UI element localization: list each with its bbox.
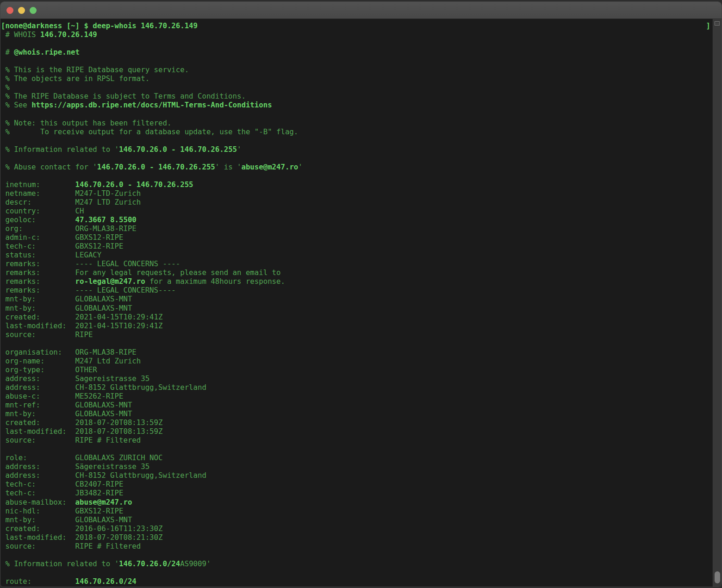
terminal-line: organisation: ORG-MLA38-RIPE	[1, 348, 712, 357]
terminal-line: remarks: For any legal requests, please …	[1, 268, 712, 277]
minimize-button[interactable]	[18, 7, 25, 14]
terminal-line: last-modified: 2018-07-20T08:21:30Z	[1, 533, 712, 542]
scrollbar-button-ridge	[715, 22, 719, 23]
terminal-line: status: LEGACY	[1, 250, 712, 259]
terminal-line: remarks: ro-legal@m247.ro for a maximum …	[1, 277, 712, 286]
terminal-line	[1, 56, 712, 65]
terminal-lines: [none@darkness [~] $ deep-whois 146.70.2…	[0, 19, 712, 586]
terminal-line: geoloc: 47.3667 8.5500	[1, 215, 712, 224]
terminal-line: % Information related to '146.70.26.0/24…	[1, 559, 712, 568]
terminal-line: mnt-by: GLOBALAXS-MNT	[1, 294, 712, 303]
terminal-line: mnt-by: GLOBALAXS-MNT	[1, 409, 712, 418]
terminal-line	[1, 568, 712, 577]
terminal-line: # @whois.ripe.net	[1, 48, 712, 56]
terminal-line: org-type: OTHER	[1, 365, 712, 374]
prompt-right-bracket: ]	[706, 21, 710, 30]
terminal-window: [none@darkness [~] $ deep-whois 146.70.2…	[0, 1, 722, 587]
terminal-line: address: CH-8152 Glattbrugg,Switzerland	[1, 471, 712, 480]
terminal-line: last-modified: 2021-04-15T10:29:41Z	[1, 321, 712, 330]
terminal-line: descr: M247 LTD Zurich	[1, 198, 712, 206]
terminal-line: %	[1, 83, 712, 92]
terminal-line: remarks: ---- LEGAL CONCERNS ----	[1, 259, 712, 268]
terminal-line: % Note: this output has been filtered.	[1, 119, 712, 127]
terminal-line: % Abuse contact for '146.70.26.0 - 146.7…	[1, 163, 712, 171]
terminal-line: mnt-ref: GLOBALAXS-MNT	[1, 400, 712, 409]
zoom-button[interactable]	[30, 7, 37, 14]
terminal-screen[interactable]: [none@darkness [~] $ deep-whois 146.70.2…	[0, 19, 712, 587]
terminal-line	[1, 339, 712, 348]
terminal-line: nic-hdl: GBXS12-RIPE	[1, 507, 712, 515]
terminal-line: role: GLOBALAXS ZURICH NOC	[1, 453, 712, 462]
terminal-line: netname: M247-LTD-Zurich	[1, 189, 712, 198]
terminal-line	[1, 444, 712, 453]
terminal-line: % This is the RIPE Database query servic…	[1, 65, 712, 74]
terminal-line: tech-c: GBXS12-RIPE	[1, 242, 712, 250]
terminal-line	[1, 39, 712, 48]
terminal-line: % See https://apps.db.ripe.net/docs/HTML…	[1, 100, 712, 109]
terminal-line: last-modified: 2018-07-20T08:13:59Z	[1, 427, 712, 436]
terminal-line: % To receive output for a database updat…	[1, 127, 712, 136]
terminal-line: created: 2021-04-15T10:29:41Z	[1, 313, 712, 321]
terminal-line: inetnum: 146.70.26.0 - 146.70.26.255	[1, 180, 712, 189]
terminal-line: address: Sagereistrasse 35	[1, 374, 712, 383]
terminal-line: mnt-by: GLOBALAXS-MNT	[1, 515, 712, 524]
terminal-line: route: 146.70.26.0/24	[1, 577, 712, 586]
terminal-line: address: CH-8152 Glattbrugg,Switzerland	[1, 383, 712, 392]
terminal-line: tech-c: CB2407-RIPE	[1, 480, 712, 488]
terminal-line	[1, 154, 712, 163]
terminal-line: % Information related to '146.70.26.0 - …	[1, 145, 712, 154]
terminal-line	[1, 171, 712, 180]
window-titlebar[interactable]	[0, 2, 722, 19]
terminal-line: source: RIPE	[1, 330, 712, 339]
scrollbar-track[interactable]	[712, 19, 722, 587]
terminal-line	[1, 109, 712, 118]
window-controls	[6, 7, 37, 14]
terminal-line: # WHOIS 146.70.26.149	[1, 30, 712, 39]
scrollbar-top-button[interactable]	[714, 20, 721, 26]
terminal-line: mnt-by: GLOBALAXS-MNT	[1, 304, 712, 313]
terminal-line: % The RIPE Database is subject to Terms …	[1, 92, 712, 100]
terminal-line	[1, 550, 712, 559]
close-button[interactable]	[6, 7, 13, 14]
terminal-line: abuse-mailbox: abuse@m247.ro	[1, 498, 712, 507]
terminal-line: remarks: ---- LEGAL CONCERNS----	[1, 286, 712, 294]
terminal-line: created: 2016-06-16T11:23:30Z	[1, 524, 712, 533]
terminal-line: created: 2018-07-20T08:13:59Z	[1, 418, 712, 427]
terminal-line: % The objects are in RPSL format.	[1, 74, 712, 83]
terminal-line: tech-c: JB3482-RIPE	[1, 488, 712, 497]
terminal-line: source: RIPE # Filtered	[1, 436, 712, 444]
terminal-line: admin-c: GBXS12-RIPE	[1, 233, 712, 242]
scrollbar-thumb[interactable]	[715, 571, 720, 583]
terminal-line: address: Sägereistrasse 35	[1, 462, 712, 471]
terminal-line: org-name: M247 Ltd Zurich	[1, 357, 712, 365]
scrollbar-button-ridge	[715, 24, 719, 25]
terminal-line: org: ORG-MLA38-RIPE	[1, 224, 712, 233]
terminal-line: country: CH	[1, 206, 712, 215]
terminal-line: source: RIPE # Filtered	[1, 542, 712, 550]
terminal-line: [none@darkness [~] $ deep-whois 146.70.2…	[1, 21, 712, 30]
terminal-line	[1, 136, 712, 145]
terminal-line: abuse-c: ME5262-RIPE	[1, 392, 712, 400]
